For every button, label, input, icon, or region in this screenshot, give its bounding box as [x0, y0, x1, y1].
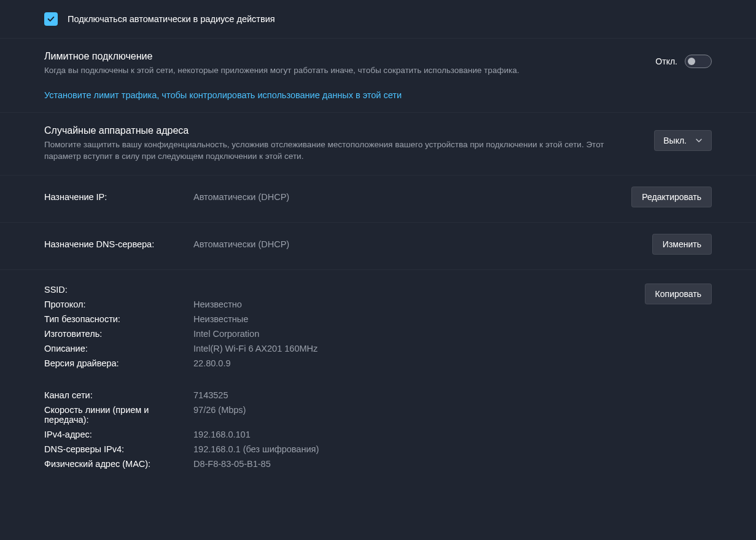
info-value: Неизвестно: [193, 299, 242, 309]
metered-desc: Когда вы подключены к этой сети, некотор…: [44, 64, 519, 77]
info-key: DNS-серверы IPv4:: [44, 444, 193, 454]
metered-toggle-wrap: Откл.: [655, 55, 712, 68]
info-row: Скорость линии (прием и передача):97/26 …: [44, 403, 712, 427]
info-value: D8-F8-83-05-B1-85: [193, 459, 271, 469]
random-mac-title: Случайные аппаратные адреса: [44, 125, 639, 136]
random-mac-text: Случайные аппаратные адреса Помогите защ…: [44, 125, 639, 163]
info-key: Описание:: [44, 344, 193, 353]
info-value: 192.168.0.101: [193, 430, 251, 439]
checkmark-icon: [47, 15, 55, 23]
info-value: 22.80.0.9: [193, 358, 230, 368]
info-value: 7143525: [193, 390, 228, 400]
info-key: Протокол:: [44, 299, 193, 309]
dns-kv: Назначение DNS-сервера: Автоматически (D…: [44, 237, 637, 252]
ip-section: Назначение IP: Автоматически (DHCP) Реда…: [0, 176, 756, 223]
info-rows-group-1: SSID:Протокол:НеизвестноТип безопасности…: [44, 282, 630, 371]
auto-connect-row: Подключаться автоматически в радиусе дей…: [44, 12, 712, 26]
info-value: Неизвестные: [193, 314, 248, 324]
info-key: Канал сети:: [44, 390, 193, 400]
info-key: Версия драйвера:: [44, 358, 193, 368]
info-value: 192.168.0.1 (без шифрования): [193, 444, 319, 454]
info-key: Изготовитель:: [44, 329, 193, 339]
data-limit-link[interactable]: Установите лимит трафика, чтобы контроли…: [44, 90, 402, 100]
metered-section: Лимитное подключение Когда вы подключены…: [0, 39, 756, 113]
random-mac-select-label: Выкл.: [663, 136, 687, 145]
info-row: Протокол:Неизвестно: [44, 297, 630, 312]
ip-edit-button[interactable]: Редактировать: [631, 187, 712, 207]
ip-value: Автоматически (DHCP): [193, 192, 289, 202]
dns-value: Автоматически (DHCP): [193, 239, 289, 249]
metered-toggle-label: Откл.: [655, 56, 677, 66]
copy-button[interactable]: Копировать: [645, 284, 712, 304]
random-mac-row: Случайные аппаратные адреса Помогите защ…: [44, 125, 712, 163]
dns-label: Назначение DNS-сервера:: [44, 239, 193, 249]
info-row: Тип безопасности:Неизвестные: [44, 312, 630, 326]
dns-section: Назначение DNS-сервера: Автоматически (D…: [0, 223, 756, 270]
random-mac-select[interactable]: Выкл.: [654, 130, 712, 151]
info-key: Тип безопасности:: [44, 314, 193, 324]
info-row: Физический адрес (MAC):D8-F8-83-05-B1-85: [44, 457, 712, 471]
info-row: Описание:Intel(R) Wi-Fi 6 AX201 160MHz: [44, 341, 630, 356]
info-key: Физический адрес (MAC):: [44, 459, 193, 469]
info-value: 97/26 (Mbps): [193, 405, 246, 415]
auto-connect-checkbox[interactable]: [44, 12, 58, 26]
info-key: SSID:: [44, 285, 193, 295]
info-value: Intel(R) Wi-Fi 6 AX201 160MHz: [193, 344, 318, 353]
info-header-row: SSID:Протокол:НеизвестноТип безопасности…: [44, 282, 712, 371]
auto-connect-label: Подключаться автоматически в радиусе дей…: [68, 14, 275, 24]
random-mac-desc: Помогите защитить вашу конфиденциальност…: [44, 139, 639, 163]
random-mac-section: Случайные аппаратные адреса Помогите защ…: [0, 113, 756, 176]
info-rows-group-2: Канал сети:7143525Скорость линии (прием …: [44, 388, 712, 471]
metered-title: Лимитное подключение: [44, 51, 519, 62]
ip-label: Назначение IP:: [44, 192, 193, 202]
chevron-down-icon: [695, 137, 703, 144]
info-row: Канал сети:7143525: [44, 388, 712, 403]
info-row: Версия драйвера:22.80.0.9: [44, 356, 630, 371]
ip-kv: Назначение IP: Автоматически (DHCP): [44, 190, 617, 204]
info-row: IPv4-адрес:192.168.0.101: [44, 427, 712, 442]
info-value: Intel Corporation: [193, 329, 259, 339]
metered-row: Лимитное подключение Когда вы подключены…: [44, 51, 712, 77]
dns-edit-button[interactable]: Изменить: [652, 234, 712, 255]
network-info-section: SSID:Протокол:НеизвестноТип безопасности…: [0, 270, 756, 496]
info-row: Изготовитель:Intel Corporation: [44, 326, 630, 341]
info-key: Скорость линии (прием и передача):: [44, 405, 193, 425]
metered-text: Лимитное подключение Когда вы подключены…: [44, 51, 519, 77]
ip-row: Назначение IP: Автоматически (DHCP) Реда…: [44, 187, 712, 207]
auto-connect-section: Подключаться автоматически в радиусе дей…: [0, 0, 756, 39]
dns-row: Назначение DNS-сервера: Автоматически (D…: [44, 234, 712, 255]
info-key: IPv4-адрес:: [44, 430, 193, 439]
metered-toggle[interactable]: [685, 55, 712, 68]
info-row: SSID:: [44, 282, 630, 297]
info-row: DNS-серверы IPv4:192.168.0.1 (без шифров…: [44, 442, 712, 457]
